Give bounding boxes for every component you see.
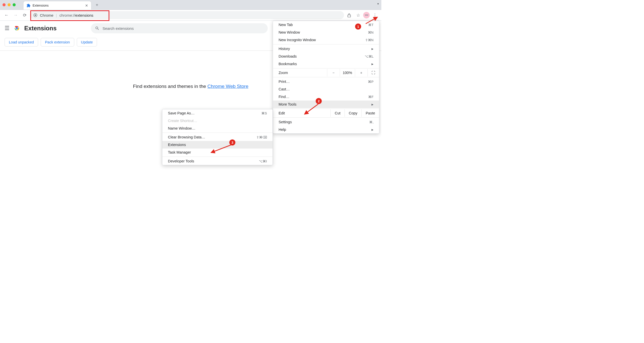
annotation-badge-1: 1 — [355, 23, 361, 30]
menu-help[interactable]: Help ▶ — [273, 126, 379, 133]
more-tools-submenu: Save Page As… ⌘S Create Shortcut… Name W… — [162, 109, 273, 165]
svg-rect-2 — [348, 15, 350, 17]
menu-paste[interactable]: Paste — [361, 109, 379, 117]
url-path: extensions — [75, 13, 93, 17]
site-label: Chrome — [40, 13, 53, 17]
site-info-icon[interactable] — [33, 13, 37, 17]
share-button[interactable] — [345, 11, 353, 19]
url-scheme: chrome:// — [59, 13, 75, 17]
submenu-dev-tools[interactable]: Developer Tools ⌥⌘I — [162, 157, 273, 165]
menu-history[interactable]: History ▶ — [273, 45, 379, 53]
annotation-badge-2: 2 — [316, 98, 322, 104]
zoom-in-button[interactable]: + — [355, 69, 367, 77]
browser-tab[interactable]: Extensions ✕ — [23, 1, 91, 10]
submenu-name-window[interactable]: Name Window… — [162, 125, 273, 132]
window-controls — [3, 3, 16, 6]
close-window-button[interactable] — [3, 3, 6, 6]
close-tab-button[interactable]: ✕ — [85, 4, 88, 8]
chrome-logo-icon — [14, 25, 20, 32]
svg-point-1 — [35, 14, 36, 16]
chevron-right-icon: ▶ — [369, 47, 374, 50]
chevron-right-icon: ▶ — [369, 103, 374, 106]
chevron-right-icon: ▶ — [369, 63, 374, 65]
menu-bookmarks[interactable]: Bookmarks ▶ — [273, 60, 379, 68]
menu-incognito[interactable]: New Incognito Window ⇧⌘N — [273, 36, 379, 44]
navigation-bar: ← → ⟳ Chrome | chrome://extensions ☆ 👓 ⋮ — [0, 10, 381, 21]
submenu-extensions[interactable]: Extensions — [162, 141, 273, 149]
menu-copy[interactable]: Copy — [344, 109, 361, 117]
menu-settings[interactable]: Settings ⌘, — [273, 118, 379, 126]
chrome-main-menu: New Tab ⌘T New Window ⌘N New Incognito W… — [273, 21, 379, 134]
search-placeholder: Search extensions — [103, 26, 134, 31]
menu-downloads[interactable]: Downloads ⌥⌘L — [273, 53, 379, 60]
tab-overflow-button[interactable]: ▾ — [377, 2, 379, 6]
new-tab-button[interactable]: ＋ — [95, 2, 99, 8]
pack-extension-button[interactable]: Pack extension — [41, 38, 74, 46]
tab-strip: Extensions ✕ ＋ ▾ — [0, 0, 381, 10]
menu-button[interactable]: ☰ — [5, 25, 10, 32]
extension-icon — [27, 4, 31, 8]
minimize-window-button[interactable] — [8, 3, 11, 6]
menu-edit-row: Edit Cut Copy Paste — [273, 109, 379, 117]
forward-button[interactable]: → — [12, 11, 20, 19]
menu-cast[interactable]: Cast… — [273, 85, 379, 93]
zoom-value: 100% — [340, 69, 355, 77]
maximize-window-button[interactable] — [13, 3, 16, 6]
back-button[interactable]: ← — [3, 11, 11, 19]
reload-button[interactable]: ⟳ — [21, 11, 29, 19]
bookmark-button[interactable]: ☆ — [354, 11, 362, 19]
menu-new-window[interactable]: New Window ⌘N — [273, 29, 379, 36]
search-icon — [95, 26, 100, 31]
menu-cut[interactable]: Cut — [330, 109, 344, 117]
annotation-badge-3: 3 — [229, 139, 235, 145]
submenu-clear-data[interactable]: Clear Browsing Data… ⇧⌘⌫ — [162, 133, 273, 141]
chevron-right-icon: ▶ — [369, 128, 374, 131]
load-unpacked-button[interactable]: Load unpacked — [5, 38, 38, 46]
menu-print[interactable]: Print… ⌘P — [273, 78, 379, 85]
extensions-search: Search extensions — [91, 23, 268, 33]
menu-new-tab[interactable]: New Tab ⌘T — [273, 21, 379, 29]
menu-zoom: Zoom − 100% + ⛶ — [273, 69, 379, 77]
fullscreen-button[interactable]: ⛶ — [367, 69, 379, 77]
zoom-out-button[interactable]: − — [327, 69, 340, 77]
update-button[interactable]: Update — [77, 38, 97, 46]
address-bar[interactable]: Chrome | chrome://extensions — [30, 11, 344, 19]
submenu-create-shortcut: Create Shortcut… — [162, 117, 273, 125]
profile-avatar[interactable]: 👓 — [363, 12, 370, 18]
menu-more-tools[interactable]: More Tools ▶ — [273, 101, 379, 108]
submenu-save-page[interactable]: Save Page As… ⌘S — [162, 109, 273, 117]
search-input[interactable]: Search extensions — [91, 23, 268, 33]
submenu-task-manager[interactable]: Task Manager — [162, 149, 273, 156]
chrome-menu-button[interactable]: ⋮ — [371, 11, 379, 19]
page-title: Extensions — [24, 25, 57, 32]
chrome-web-store-link[interactable]: Chrome Web Store — [207, 84, 248, 89]
menu-find[interactable]: Find… ⌘F — [273, 93, 379, 101]
tab-title: Extensions — [33, 4, 83, 7]
